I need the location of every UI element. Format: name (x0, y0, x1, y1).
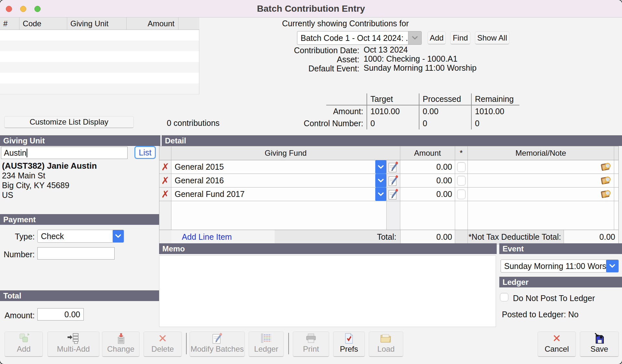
modify-batches-button[interactable]: Modify Batches (190, 332, 245, 357)
processed-amount: 0.00 (419, 105, 471, 117)
contributions-list-body[interactable] (0, 30, 199, 94)
ledger-button[interactable]: Ledger (249, 332, 284, 357)
save-button[interactable]: Save (580, 332, 619, 357)
folder-icon (380, 333, 392, 344)
detail-empty-area (159, 201, 618, 230)
memo-section-header: Memo (159, 243, 497, 254)
totals-control-number-label: Control Number: (326, 117, 367, 129)
pencil-document-icon (212, 333, 222, 344)
prefs-button-label: Prefs (340, 345, 358, 354)
delete-line-button[interactable]: ✗ (159, 188, 171, 201)
memorial-note-input[interactable] (468, 160, 614, 174)
not-tax-deductible-checkbox[interactable] (457, 189, 466, 199)
giving-unit-name: (AUST382) Janie Austin (2, 161, 158, 171)
delete-button-label: Delete (151, 345, 174, 354)
event-select[interactable]: Sunday Morning 11:00 Worship (501, 260, 619, 273)
empty-amount-area (400, 201, 455, 230)
find-batch-button[interactable]: Find (450, 31, 470, 44)
line-amount-input[interactable]: 0.00 (400, 160, 455, 174)
event-select-value: Sunday Morning 11:00 Worship (501, 260, 606, 272)
line-amount-input[interactable]: 0.00 (400, 188, 455, 201)
list-button[interactable]: List (134, 146, 156, 159)
memo-lookup-icon[interactable] (600, 176, 612, 186)
customize-list-display-button[interactable]: Customize List Display (4, 116, 134, 128)
memorial-note-input[interactable] (468, 174, 614, 187)
load-button-label: Load (377, 345, 394, 354)
chevron-down-icon[interactable] (375, 174, 386, 187)
delete-line-button[interactable]: ✗ (159, 160, 171, 174)
delete-x-icon: ✕ (158, 333, 168, 344)
giving-unit-address-line: US (2, 190, 158, 200)
multi-add-button-label: Multi-Add (57, 345, 90, 354)
not-tax-deductible-total-label: *Not Tax Deductible Total: (468, 230, 564, 244)
line-amount-input[interactable]: 0.00 (400, 174, 455, 187)
column-header-number[interactable]: # (0, 18, 19, 30)
giving-fund-select[interactable]: General Fund 2017 (171, 188, 387, 201)
payment-type-label: Type: (0, 232, 35, 241)
edit-fund-button[interactable] (387, 174, 400, 187)
chevron-down-icon[interactable] (375, 188, 386, 201)
totals-column-processed: Processed (419, 93, 471, 105)
payment-type-value: Check (38, 230, 113, 242)
print-button[interactable]: Print (293, 332, 329, 357)
show-all-batches-button[interactable]: Show All (475, 31, 509, 44)
load-button[interactable]: Load (369, 332, 403, 357)
multi-add-button[interactable]: Multi-Add (47, 332, 99, 357)
cancel-x-icon: ✕ (553, 333, 561, 344)
fund-row: ✗ General Fund 2017 0.00 (159, 188, 618, 201)
prefs-checklist-icon (344, 333, 354, 344)
do-not-post-checkbox[interactable] (500, 293, 508, 301)
column-header-giving-unit[interactable]: Giving Unit (67, 18, 127, 30)
asset-label: Asset: (243, 55, 359, 64)
memo-lookup-icon[interactable] (600, 162, 612, 172)
print-button-label: Print (303, 345, 319, 354)
printer-icon (305, 333, 317, 344)
cancel-button[interactable]: ✕ Cancel (538, 332, 576, 357)
giving-fund-select[interactable]: General 2015 (171, 160, 387, 174)
target-control-number: 0 (367, 117, 419, 129)
delete-line-button[interactable]: ✗ (159, 174, 171, 187)
batch-contribution-entry-window: Batch Contribution Entry # Code Giving U… (0, 0, 622, 364)
total-amount-input[interactable]: 0.00 (37, 308, 84, 321)
giving-fund-select[interactable]: General 2016 (171, 174, 387, 187)
footer-star-gap (455, 230, 468, 244)
delete-button[interactable]: ✕ Delete (143, 332, 182, 357)
row-spacer (614, 188, 618, 201)
do-not-post-label: Do Not Post To Ledger (513, 294, 620, 303)
asset-value: 1000: Checking - 1000.A1 (364, 54, 526, 64)
memorial-note-input[interactable] (468, 188, 614, 201)
not-tax-deductible-cell (455, 160, 468, 174)
payment-type-select[interactable]: Check (37, 230, 124, 243)
not-tax-deductible-checkbox[interactable] (457, 162, 466, 172)
add-batch-button[interactable]: Add (428, 31, 446, 44)
fund-row: ✗ General 2015 0.00 (159, 160, 618, 174)
detail-table-header: Giving Fund Amount * Memorial/Note (159, 146, 618, 160)
add-line-item-label: Add Line Item (182, 232, 232, 242)
column-header-amount[interactable]: Amount (127, 18, 179, 30)
payment-number-input[interactable] (37, 247, 115, 260)
edit-fund-button[interactable] (387, 160, 400, 174)
giving-unit-search-input[interactable]: Austin (1, 147, 128, 159)
detail-column-star: * (455, 146, 468, 160)
add-contribution-button[interactable]: Add (5, 332, 43, 357)
remaining-amount: 1010.00 (471, 105, 519, 117)
text-cursor (27, 149, 27, 157)
window-title: Batch Contribution Entry (0, 4, 622, 14)
prefs-button[interactable]: Prefs (333, 332, 365, 357)
detail-table-footer: Add Line Item Total: 0.00 *Not Tax Deduc… (159, 230, 618, 244)
edit-fund-button[interactable] (387, 188, 400, 201)
batch-select[interactable]: Batch Code 1 - Oct 14 2024: ... (297, 31, 422, 45)
memo-textarea[interactable] (159, 255, 496, 327)
column-header-code[interactable]: Code (19, 18, 67, 30)
memo-lookup-icon[interactable] (600, 189, 612, 200)
batch-select-value: Batch Code 1 - Oct 14 2024: ... (297, 31, 408, 44)
row-spacer (614, 160, 618, 174)
batch-totals-table: Target Processed Remaining Amount: 1010.… (326, 93, 519, 129)
chevron-down-icon[interactable] (375, 160, 386, 174)
add-line-item-link[interactable]: Add Line Item (171, 230, 275, 244)
payment-section-header: Payment (0, 214, 160, 225)
list-row (0, 62, 199, 73)
giving-unit-address-line: 234 Main St (2, 171, 158, 180)
change-button[interactable]: Change (102, 332, 140, 357)
not-tax-deductible-checkbox[interactable] (457, 176, 466, 186)
